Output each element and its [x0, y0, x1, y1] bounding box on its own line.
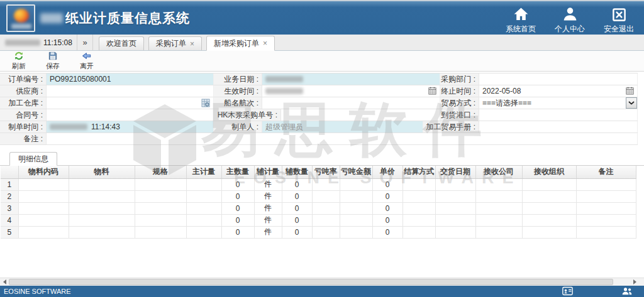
detail-cell[interactable]: [435, 190, 475, 202]
detail-cell[interactable]: [475, 226, 522, 238]
detail-cell[interactable]: [69, 190, 135, 202]
detail-cell[interactable]: 0: [282, 190, 312, 202]
detail-cell[interactable]: [312, 202, 340, 214]
effective-time-field[interactable]: [262, 85, 440, 97]
purchase-dept-field[interactable]: [479, 73, 638, 85]
detail-cell[interactable]: [340, 178, 372, 190]
detail-cell[interactable]: [576, 226, 636, 238]
detail-cell[interactable]: [312, 178, 340, 190]
detail-cell[interactable]: [402, 226, 435, 238]
detail-cell[interactable]: [186, 178, 221, 190]
warehouse-field[interactable]: [47, 97, 214, 109]
calendar-icon[interactable]: [626, 87, 634, 97]
hk-pulp-order-field[interactable]: [281, 109, 440, 121]
detail-cell[interactable]: 件: [254, 214, 282, 226]
detail-cell[interactable]: [69, 214, 135, 226]
header-action-profile[interactable]: 个人中心: [553, 6, 586, 35]
detail-cell[interactable]: [435, 226, 475, 238]
lookup-grid-icon[interactable]: [201, 99, 210, 109]
detail-cell[interactable]: [18, 190, 69, 202]
vessel-field[interactable]: [262, 97, 440, 109]
detail-cell[interactable]: [475, 202, 522, 214]
detail-cell[interactable]: [576, 190, 636, 202]
close-icon[interactable]: ×: [263, 40, 267, 46]
detail-cell[interactable]: [186, 202, 221, 214]
detail-cell[interactable]: [435, 202, 475, 214]
detail-cell[interactable]: [340, 190, 372, 202]
detail-cell[interactable]: [576, 214, 636, 226]
end-time-field[interactable]: 2022-05-08: [479, 85, 638, 97]
detail-cell[interactable]: 0: [372, 202, 402, 214]
detail-cell[interactable]: [135, 178, 186, 190]
badge-icon[interactable]: [562, 286, 573, 297]
scrollbar-thumb[interactable]: [9, 279, 613, 285]
detail-cell[interactable]: [435, 178, 475, 190]
trade-manual-field[interactable]: [479, 121, 638, 132]
detail-cell[interactable]: [186, 226, 221, 238]
detail-cell[interactable]: 件: [254, 190, 282, 202]
detail-cell[interactable]: 0: [282, 202, 312, 214]
tab-new-purchase-order[interactable]: 新增采购订单 ×: [206, 36, 275, 51]
detail-cell[interactable]: [340, 202, 372, 214]
tab-overflow-button[interactable]: »: [77, 35, 93, 50]
header-action-logout[interactable]: 安全退出: [602, 6, 635, 35]
tab-welcome[interactable]: 欢迎首页: [99, 36, 144, 50]
scroll-left-arrow[interactable]: [0, 278, 9, 286]
tab-purchase-order[interactable]: 采购订单 ×: [148, 36, 202, 50]
detail-cell[interactable]: [576, 178, 636, 190]
close-icon[interactable]: ×: [190, 41, 194, 47]
detail-cell[interactable]: 0: [282, 178, 312, 190]
detail-cell[interactable]: [475, 190, 522, 202]
detail-cell[interactable]: [475, 214, 522, 226]
detail-cell[interactable]: 件: [254, 202, 282, 214]
remark-field[interactable]: [47, 133, 638, 144]
save-button[interactable]: 保存: [40, 51, 65, 71]
detail-cell[interactable]: 0: [221, 202, 254, 214]
detail-cell[interactable]: 0: [221, 178, 254, 190]
detail-cell[interactable]: 0: [372, 214, 402, 226]
detail-cell[interactable]: [402, 178, 435, 190]
detail-cell[interactable]: [69, 202, 135, 214]
detail-cell[interactable]: 0: [221, 190, 254, 202]
detail-cell[interactable]: 件: [254, 178, 282, 190]
detail-cell[interactable]: [135, 202, 186, 214]
detail-cell[interactable]: 0: [221, 226, 254, 238]
detail-cell[interactable]: 0: [221, 214, 254, 226]
calendar-icon[interactable]: [428, 87, 436, 97]
detail-cell[interactable]: [18, 226, 69, 238]
detail-cell[interactable]: [186, 190, 221, 202]
leave-button[interactable]: 离开: [74, 51, 99, 71]
detail-cell[interactable]: [435, 214, 475, 226]
detail-cell[interactable]: [312, 190, 340, 202]
detail-cell[interactable]: 0: [282, 214, 312, 226]
contract-field[interactable]: [47, 109, 214, 121]
biz-date-field[interactable]: [262, 73, 440, 85]
chevron-down-icon[interactable]: [626, 97, 637, 109]
detail-cell[interactable]: [522, 214, 576, 226]
detail-cell[interactable]: [135, 190, 186, 202]
detail-cell[interactable]: [69, 178, 135, 190]
detail-cell[interactable]: [312, 214, 340, 226]
tab-detail-info[interactable]: 明细信息: [9, 152, 57, 166]
detail-cell[interactable]: [475, 178, 522, 190]
detail-cell[interactable]: [402, 214, 435, 226]
detail-cell[interactable]: [18, 214, 69, 226]
detail-cell[interactable]: [340, 226, 372, 238]
detail-cell[interactable]: 0: [372, 178, 402, 190]
detail-cell[interactable]: [340, 214, 372, 226]
detail-cell[interactable]: [522, 226, 576, 238]
supplier-field[interactable]: [47, 85, 214, 97]
refresh-button[interactable]: 刷新: [6, 51, 31, 71]
detail-cell[interactable]: [69, 226, 135, 238]
detail-cell[interactable]: 0: [282, 226, 312, 238]
trade-mode-select[interactable]: ===请选择===: [479, 97, 638, 109]
detail-cell[interactable]: [186, 214, 221, 226]
arrival-port-field[interactable]: [479, 109, 638, 121]
detail-cell[interactable]: 0: [372, 190, 402, 202]
header-action-home[interactable]: 系统首页: [504, 6, 537, 35]
detail-cell[interactable]: [522, 190, 576, 202]
detail-cell[interactable]: [402, 202, 435, 214]
detail-cell[interactable]: 件: [254, 226, 282, 238]
detail-cell[interactable]: [402, 190, 435, 202]
detail-cell[interactable]: [576, 202, 636, 214]
